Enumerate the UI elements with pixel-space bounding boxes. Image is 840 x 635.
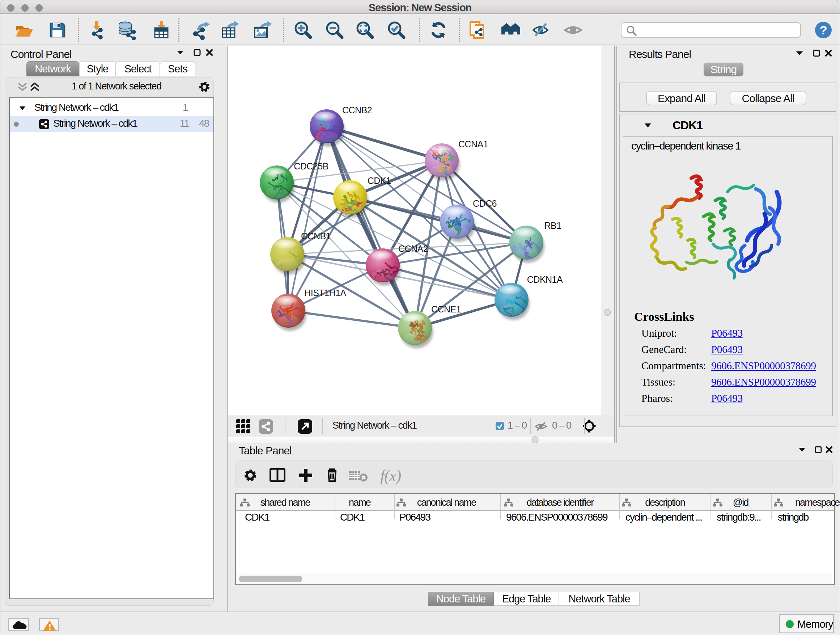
svg-text:CDC6: CDC6 bbox=[473, 198, 497, 209]
svg-text:CCNB1: CCNB1 bbox=[301, 231, 331, 241]
svg-text:CCNB2: CCNB2 bbox=[342, 105, 372, 115]
svg-text:CCNA1: CCNA1 bbox=[458, 139, 488, 149]
svg-text:?: ? bbox=[820, 23, 827, 37]
svg-text:CCNA2: CCNA2 bbox=[398, 244, 428, 254]
svg-text:CDK1: CDK1 bbox=[368, 176, 391, 186]
svg-text:RB1: RB1 bbox=[544, 220, 561, 231]
svg-text:CDC25B: CDC25B bbox=[294, 161, 328, 171]
svg-text:CDKN1A: CDKN1A bbox=[527, 274, 563, 285]
svg-text:CCNE1: CCNE1 bbox=[431, 304, 461, 314]
svg-text:HIST1H1A: HIST1H1A bbox=[304, 288, 346, 298]
